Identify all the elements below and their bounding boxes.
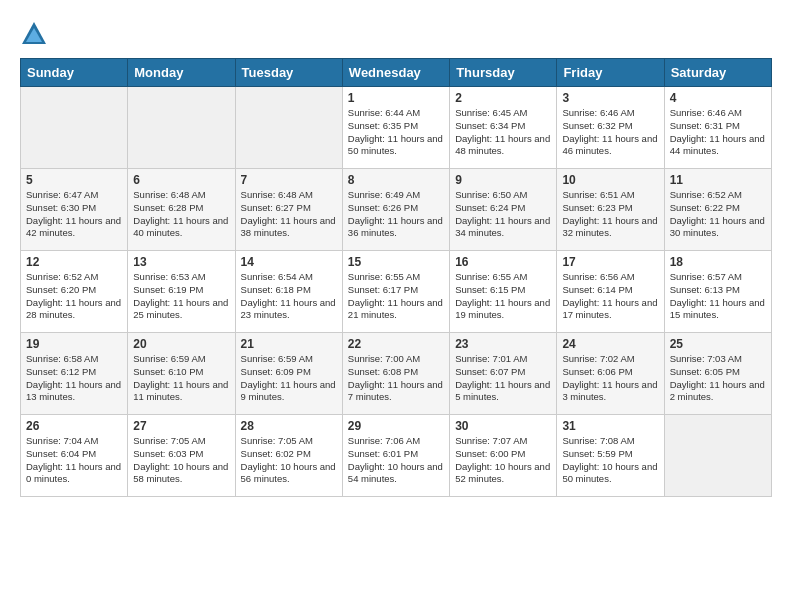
calendar-day-header: Wednesday [342,59,449,87]
cell-details: Sunrise: 7:05 AM Sunset: 6:02 PM Dayligh… [241,435,337,486]
calendar-table: SundayMondayTuesdayWednesdayThursdayFrid… [20,58,772,497]
day-number: 30 [455,419,551,433]
header [20,20,772,48]
day-number: 2 [455,91,551,105]
day-number: 16 [455,255,551,269]
calendar-day-header: Saturday [664,59,771,87]
day-number: 31 [562,419,658,433]
calendar-cell: 28Sunrise: 7:05 AM Sunset: 6:02 PM Dayli… [235,415,342,497]
calendar-cell: 7Sunrise: 6:48 AM Sunset: 6:27 PM Daylig… [235,169,342,251]
calendar-cell: 26Sunrise: 7:04 AM Sunset: 6:04 PM Dayli… [21,415,128,497]
calendar-cell: 11Sunrise: 6:52 AM Sunset: 6:22 PM Dayli… [664,169,771,251]
calendar-day-header: Thursday [450,59,557,87]
day-number: 1 [348,91,444,105]
cell-details: Sunrise: 6:56 AM Sunset: 6:14 PM Dayligh… [562,271,658,322]
cell-details: Sunrise: 6:48 AM Sunset: 6:28 PM Dayligh… [133,189,229,240]
calendar-cell: 24Sunrise: 7:02 AM Sunset: 6:06 PM Dayli… [557,333,664,415]
day-number: 8 [348,173,444,187]
day-number: 6 [133,173,229,187]
day-number: 20 [133,337,229,351]
day-number: 19 [26,337,122,351]
calendar-cell: 18Sunrise: 6:57 AM Sunset: 6:13 PM Dayli… [664,251,771,333]
day-number: 18 [670,255,766,269]
calendar-cell: 16Sunrise: 6:55 AM Sunset: 6:15 PM Dayli… [450,251,557,333]
day-number: 5 [26,173,122,187]
day-number: 17 [562,255,658,269]
cell-details: Sunrise: 7:02 AM Sunset: 6:06 PM Dayligh… [562,353,658,404]
cell-details: Sunrise: 7:04 AM Sunset: 6:04 PM Dayligh… [26,435,122,486]
cell-details: Sunrise: 7:07 AM Sunset: 6:00 PM Dayligh… [455,435,551,486]
cell-details: Sunrise: 6:48 AM Sunset: 6:27 PM Dayligh… [241,189,337,240]
cell-details: Sunrise: 6:46 AM Sunset: 6:32 PM Dayligh… [562,107,658,158]
day-number: 3 [562,91,658,105]
calendar-cell: 10Sunrise: 6:51 AM Sunset: 6:23 PM Dayli… [557,169,664,251]
calendar-cell [128,87,235,169]
cell-details: Sunrise: 6:51 AM Sunset: 6:23 PM Dayligh… [562,189,658,240]
calendar-week-row: 12Sunrise: 6:52 AM Sunset: 6:20 PM Dayli… [21,251,772,333]
calendar-cell: 27Sunrise: 7:05 AM Sunset: 6:03 PM Dayli… [128,415,235,497]
calendar-cell: 5Sunrise: 6:47 AM Sunset: 6:30 PM Daylig… [21,169,128,251]
calendar-cell: 31Sunrise: 7:08 AM Sunset: 5:59 PM Dayli… [557,415,664,497]
cell-details: Sunrise: 6:58 AM Sunset: 6:12 PM Dayligh… [26,353,122,404]
cell-details: Sunrise: 6:44 AM Sunset: 6:35 PM Dayligh… [348,107,444,158]
day-number: 21 [241,337,337,351]
calendar-cell: 6Sunrise: 6:48 AM Sunset: 6:28 PM Daylig… [128,169,235,251]
calendar-header-row: SundayMondayTuesdayWednesdayThursdayFrid… [21,59,772,87]
calendar-cell: 3Sunrise: 6:46 AM Sunset: 6:32 PM Daylig… [557,87,664,169]
cell-details: Sunrise: 6:59 AM Sunset: 6:10 PM Dayligh… [133,353,229,404]
page: SundayMondayTuesdayWednesdayThursdayFrid… [0,0,792,507]
cell-details: Sunrise: 7:00 AM Sunset: 6:08 PM Dayligh… [348,353,444,404]
day-number: 15 [348,255,444,269]
calendar-cell: 17Sunrise: 6:56 AM Sunset: 6:14 PM Dayli… [557,251,664,333]
day-number: 25 [670,337,766,351]
calendar-cell: 19Sunrise: 6:58 AM Sunset: 6:12 PM Dayli… [21,333,128,415]
day-number: 24 [562,337,658,351]
cell-details: Sunrise: 7:05 AM Sunset: 6:03 PM Dayligh… [133,435,229,486]
cell-details: Sunrise: 7:01 AM Sunset: 6:07 PM Dayligh… [455,353,551,404]
calendar-cell: 15Sunrise: 6:55 AM Sunset: 6:17 PM Dayli… [342,251,449,333]
cell-details: Sunrise: 6:50 AM Sunset: 6:24 PM Dayligh… [455,189,551,240]
day-number: 27 [133,419,229,433]
cell-details: Sunrise: 6:59 AM Sunset: 6:09 PM Dayligh… [241,353,337,404]
calendar-day-header: Friday [557,59,664,87]
cell-details: Sunrise: 6:55 AM Sunset: 6:17 PM Dayligh… [348,271,444,322]
calendar-week-row: 5Sunrise: 6:47 AM Sunset: 6:30 PM Daylig… [21,169,772,251]
cell-details: Sunrise: 6:52 AM Sunset: 6:20 PM Dayligh… [26,271,122,322]
day-number: 23 [455,337,551,351]
day-number: 13 [133,255,229,269]
cell-details: Sunrise: 7:03 AM Sunset: 6:05 PM Dayligh… [670,353,766,404]
day-number: 28 [241,419,337,433]
calendar-cell: 9Sunrise: 6:50 AM Sunset: 6:24 PM Daylig… [450,169,557,251]
day-number: 14 [241,255,337,269]
cell-details: Sunrise: 7:06 AM Sunset: 6:01 PM Dayligh… [348,435,444,486]
cell-details: Sunrise: 6:57 AM Sunset: 6:13 PM Dayligh… [670,271,766,322]
day-number: 4 [670,91,766,105]
cell-details: Sunrise: 6:45 AM Sunset: 6:34 PM Dayligh… [455,107,551,158]
calendar-cell: 20Sunrise: 6:59 AM Sunset: 6:10 PM Dayli… [128,333,235,415]
calendar-week-row: 26Sunrise: 7:04 AM Sunset: 6:04 PM Dayli… [21,415,772,497]
cell-details: Sunrise: 6:53 AM Sunset: 6:19 PM Dayligh… [133,271,229,322]
calendar-cell: 22Sunrise: 7:00 AM Sunset: 6:08 PM Dayli… [342,333,449,415]
calendar-cell [664,415,771,497]
calendar-week-row: 1Sunrise: 6:44 AM Sunset: 6:35 PM Daylig… [21,87,772,169]
cell-details: Sunrise: 6:52 AM Sunset: 6:22 PM Dayligh… [670,189,766,240]
day-number: 12 [26,255,122,269]
calendar-cell: 14Sunrise: 6:54 AM Sunset: 6:18 PM Dayli… [235,251,342,333]
cell-details: Sunrise: 6:49 AM Sunset: 6:26 PM Dayligh… [348,189,444,240]
calendar-cell: 25Sunrise: 7:03 AM Sunset: 6:05 PM Dayli… [664,333,771,415]
calendar-cell: 1Sunrise: 6:44 AM Sunset: 6:35 PM Daylig… [342,87,449,169]
calendar-day-header: Sunday [21,59,128,87]
calendar-cell: 2Sunrise: 6:45 AM Sunset: 6:34 PM Daylig… [450,87,557,169]
day-number: 22 [348,337,444,351]
cell-details: Sunrise: 6:54 AM Sunset: 6:18 PM Dayligh… [241,271,337,322]
calendar-cell: 12Sunrise: 6:52 AM Sunset: 6:20 PM Dayli… [21,251,128,333]
cell-details: Sunrise: 6:55 AM Sunset: 6:15 PM Dayligh… [455,271,551,322]
calendar-cell: 21Sunrise: 6:59 AM Sunset: 6:09 PM Dayli… [235,333,342,415]
cell-details: Sunrise: 6:47 AM Sunset: 6:30 PM Dayligh… [26,189,122,240]
calendar-day-header: Monday [128,59,235,87]
cell-details: Sunrise: 6:46 AM Sunset: 6:31 PM Dayligh… [670,107,766,158]
calendar-cell: 8Sunrise: 6:49 AM Sunset: 6:26 PM Daylig… [342,169,449,251]
cell-details: Sunrise: 7:08 AM Sunset: 5:59 PM Dayligh… [562,435,658,486]
calendar-cell: 29Sunrise: 7:06 AM Sunset: 6:01 PM Dayli… [342,415,449,497]
calendar-cell: 4Sunrise: 6:46 AM Sunset: 6:31 PM Daylig… [664,87,771,169]
